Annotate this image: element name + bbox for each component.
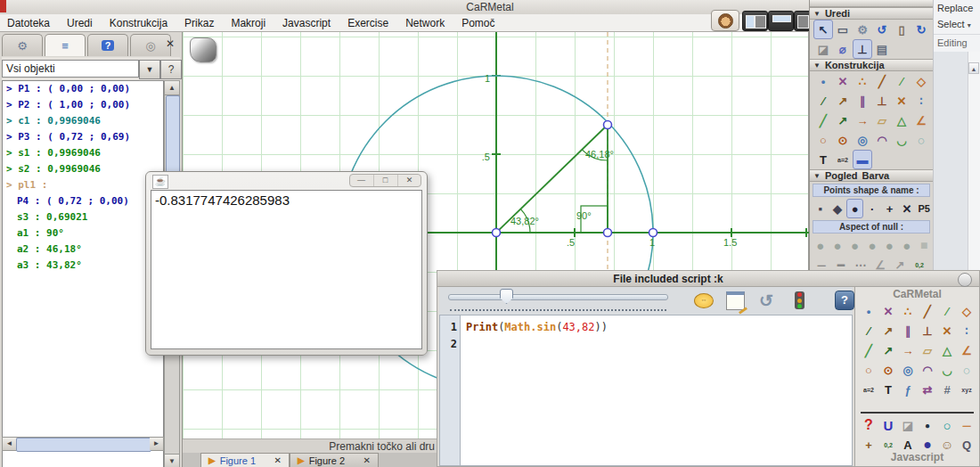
shape-square-icon[interactable]: ▪ [812, 199, 829, 218]
object-list-item[interactable]: P4 : ( 0,72 ; 0,00) [3, 193, 163, 209]
scroll-up-icon[interactable]: ▲ [165, 81, 179, 95]
expression-icon[interactable]: a=2 [833, 150, 853, 169]
eraser-icon[interactable]: ◪ [898, 415, 918, 435]
filter-help-button[interactable]: ? [160, 60, 182, 79]
point-icon[interactable]: • [859, 301, 878, 321]
chevron-down-icon[interactable]: ▼ [139, 60, 160, 79]
ratio-icon[interactable]: ∶ [957, 321, 976, 340]
aspect-dot-icon[interactable]: ● [881, 235, 898, 255]
polygon-points-icon[interactable]: ◇ [911, 71, 931, 91]
figure-tab-figure-1[interactable]: ▶Figure 1✕ [200, 453, 290, 467]
cross-lines-icon[interactable]: ✕ [937, 321, 957, 340]
object-list-item[interactable]: > s2 : 0,9969046 [3, 161, 163, 177]
intersection-icon[interactable]: ✕ [833, 71, 853, 91]
compass-icon[interactable]: ◎ [898, 360, 918, 380]
scrollbar-thumb[interactable] [16, 438, 151, 452]
script-help-button[interactable]: ? [834, 290, 855, 311]
menu-javascript[interactable]: Javascript [282, 17, 331, 29]
script-round-button[interactable] [958, 273, 972, 287]
point-icon[interactable]: • [813, 71, 833, 91]
point-P3[interactable] [604, 121, 612, 129]
point-P2[interactable] [649, 229, 657, 237]
vector2-icon[interactable]: ↗ [878, 340, 898, 360]
segment-points-icon[interactable]: ╱ [813, 111, 833, 130]
polygon-points-icon[interactable]: ◇ [957, 301, 976, 321]
script-editor[interactable]: Print(Math.sin(43,82)) [461, 315, 853, 466]
shape-x-icon[interactable]: ✕ [898, 199, 915, 218]
object-list-item[interactable]: a2 : 46,18° [3, 242, 163, 258]
function-icon[interactable]: ƒ [898, 380, 918, 399]
curve-icon[interactable]: ◌ [911, 130, 931, 150]
object-list-item[interactable]: > pl1 : [3, 177, 163, 193]
slider-thumb[interactable] [500, 289, 513, 304]
layout-top-button[interactable] [768, 11, 794, 31]
monkey-button[interactable] [711, 10, 739, 31]
vector-icon[interactable]: → [898, 340, 918, 360]
speed-slider[interactable] [448, 294, 668, 300]
circle-icon[interactable]: ○ [813, 130, 833, 150]
panel-tab-gear[interactable]: ⚙ [2, 34, 43, 56]
angle-icon[interactable]: ∠ [957, 340, 976, 360]
menu-makroji[interactable]: Makroji [231, 17, 265, 29]
angle-icon[interactable]: ∠ [911, 111, 931, 130]
redo-icon[interactable]: ↻ [911, 20, 931, 39]
point-P1[interactable] [493, 229, 501, 237]
scroll-right-icon[interactable]: ► [150, 438, 163, 450]
grid-icon[interactable]: # [937, 380, 957, 399]
triangle-points-icon[interactable]: △ [892, 111, 911, 130]
menu-konstrukcija[interactable]: Konstrukcija [110, 17, 167, 29]
quad-icon[interactable]: ▱ [918, 340, 937, 360]
curve-icon[interactable]: ◌ [957, 360, 976, 380]
probe-icon[interactable]: ⌀ [833, 39, 853, 59]
teal-circle-icon[interactable]: ○ [937, 415, 957, 435]
wrench-icon[interactable]: ⚙ [853, 20, 872, 39]
panel-tab-list[interactable]: ≡ [45, 34, 86, 56]
object-list-item[interactable]: > c1 : 0,9969046 [3, 113, 163, 129]
perpendicular-icon[interactable]: ⊥ [918, 321, 937, 340]
arc3pts-icon[interactable]: ◡ [892, 130, 911, 150]
triangle-points-icon[interactable]: △ [937, 340, 957, 360]
maximize-button[interactable]: □ [373, 175, 396, 186]
xyz-icon[interactable]: xyz [957, 380, 976, 399]
script-icon[interactable]: ▬ [853, 150, 872, 169]
minimize-button[interactable]: — [350, 175, 372, 186]
object-list-item[interactable]: > P1 : ( 0,00 ; 0,00) [3, 81, 163, 97]
text-icon[interactable]: T [878, 380, 898, 399]
aspect-dot-icon[interactable]: ● [812, 235, 829, 255]
aspect-dot-icon[interactable]: ● [863, 235, 880, 255]
section-header-uredi[interactable]: ▼ Uredi [810, 7, 933, 20]
circle-center-icon[interactable]: ⊙ [878, 360, 898, 380]
filmstrip-icon[interactable]: ▤ [872, 39, 892, 59]
point-set-icon[interactable]: ∴ [898, 301, 918, 321]
menu-network[interactable]: Network [405, 17, 445, 29]
expression-icon[interactable]: a=2 [859, 380, 878, 399]
aspect-dot-icon[interactable]: ● [898, 235, 915, 255]
close-icon[interactable]: ✕ [363, 455, 371, 465]
point-set-icon[interactable]: ∴ [853, 71, 872, 91]
edit-script-icon[interactable] [724, 290, 746, 311]
point-P4[interactable] [604, 229, 612, 237]
arc-icon[interactable]: ◠ [872, 130, 892, 150]
ray-icon[interactable]: ↗ [878, 321, 898, 340]
aspect-dot-icon[interactable]: ● [846, 235, 863, 255]
figure-tab-figure-2[interactable]: ▶Figure 2✕ [290, 453, 379, 467]
menu-uredi[interactable]: Uredi [67, 17, 93, 29]
quad-icon[interactable]: ▱ [872, 111, 892, 130]
shape-diamond-icon[interactable]: ◆ [829, 199, 845, 218]
line-icon[interactable]: ╱ [872, 71, 892, 91]
scroll-left-icon[interactable]: ◄ [3, 438, 16, 450]
halfline-icon[interactable]: ∕ [892, 71, 911, 91]
section-header-pogled-barva[interactable]: ▼ Pogled Barva [810, 169, 933, 182]
segment-icon[interactable]: ∕ [813, 91, 833, 111]
panel-close-icon[interactable]: ✕ [166, 37, 175, 50]
menu-pomoč[interactable]: Pomoč [461, 17, 494, 29]
object-filter-select[interactable]: Vsi objekti [2, 60, 139, 78]
orange-segment-icon[interactable]: ─ [957, 415, 976, 435]
code-line[interactable]: Print(Math.sin(43,82)) [466, 319, 852, 336]
point-name-sample[interactable]: P5 [916, 199, 933, 218]
line-icon[interactable]: ╱ [918, 301, 937, 321]
undo-icon[interactable]: ↺ [872, 20, 892, 39]
menu-datoteka[interactable]: Datoteka [7, 17, 50, 29]
code-line[interactable] [466, 336, 852, 353]
comment-bubble-icon[interactable]: ◦◦ [693, 290, 715, 311]
